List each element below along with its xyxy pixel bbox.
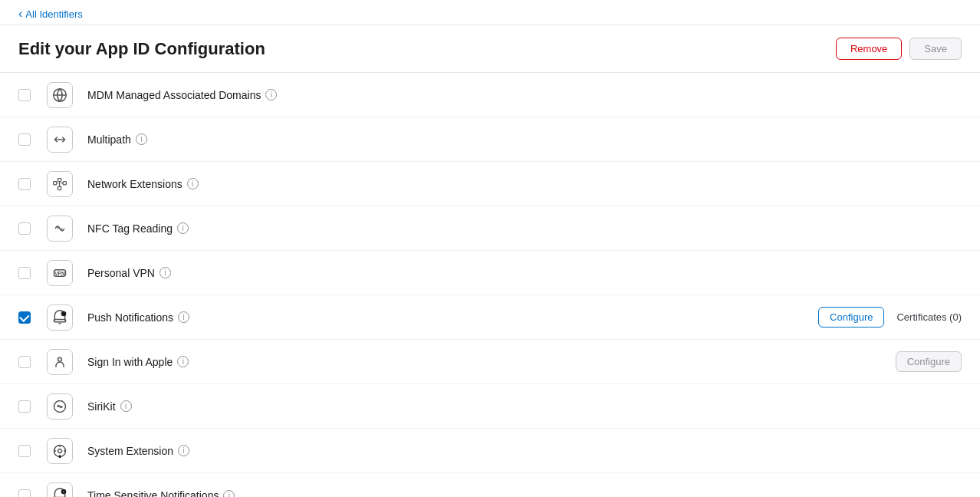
capability-row: Multipathi [0, 117, 980, 162]
capability-name-label: Sign In with Apple [87, 356, 173, 368]
checkbox-nfc-tag-reading[interactable] [18, 222, 31, 235]
configure-button-push-notifications[interactable]: Configure [818, 307, 884, 327]
icon-cell-nfc-tag-reading [41, 216, 78, 242]
svg-rect-4 [58, 186, 61, 189]
capability-name: Sign In with Applei [78, 356, 896, 368]
capability-name-label: Multipath [87, 133, 131, 146]
icon-cell-sirikit [41, 393, 78, 420]
capability-name-label: System Extension [87, 445, 173, 457]
personal-vpn-icon: VPN [47, 260, 73, 286]
svg-rect-5 [63, 181, 66, 184]
checkbox-cell [18, 311, 41, 324]
checkbox-cell [18, 222, 41, 235]
checkbox-push-notifications[interactable] [18, 311, 31, 324]
capability-row: MDM Managed Associated Domainsi [0, 73, 980, 117]
svg-point-12 [61, 311, 67, 316]
capability-list: MDM Managed Associated Domainsi Multipat… [0, 73, 980, 497]
capability-name: NFC Tag Readingi [78, 222, 962, 235]
capability-name-label: NFC Tag Reading [87, 222, 173, 235]
push-notifications-icon [47, 304, 73, 331]
capability-name: Network Extensionsi [78, 178, 962, 190]
capability-name: Personal VPNi [78, 267, 962, 279]
page-title: Edit your App ID Configuration [18, 39, 265, 59]
capability-row: Sign In with AppleiConfigure [0, 340, 980, 384]
icon-cell-network-extensions [41, 171, 78, 197]
checkbox-multipath[interactable] [18, 133, 31, 146]
svg-rect-3 [58, 178, 61, 181]
back-link[interactable]: All Identifiers [18, 8, 83, 20]
checkbox-cell [18, 400, 41, 413]
checkbox-cell [18, 445, 41, 457]
capability-name-label: Time Sensitive Notifications [87, 489, 219, 497]
checkbox-sign-in-with-apple[interactable] [18, 356, 31, 368]
info-icon[interactable]: i [178, 445, 189, 456]
svg-rect-11 [54, 319, 66, 321]
checkbox-mdm-managed-associated-domains[interactable] [18, 89, 31, 101]
info-icon[interactable]: i [223, 490, 235, 498]
checkbox-cell [18, 267, 41, 279]
checkbox-cell [18, 133, 41, 146]
capability-row: VPN Personal VPNi [0, 251, 980, 295]
checkbox-sirikit[interactable] [18, 400, 31, 413]
svg-text:VPN: VPN [54, 270, 65, 275]
icon-cell-sign-in-with-apple [41, 349, 78, 375]
configure-button-sign-in-with-apple[interactable]: Configure [896, 351, 962, 372]
info-icon[interactable]: i [120, 400, 132, 412]
capability-name: Time Sensitive Notificationsi [78, 489, 962, 497]
checkbox-cell [18, 178, 41, 190]
info-icon[interactable]: i [136, 133, 147, 145]
top-bar: All Identifiers [0, 0, 980, 25]
checkbox-cell [18, 89, 41, 101]
capability-name: Multipathi [78, 133, 962, 146]
system-extension-icon [47, 438, 73, 464]
capability-name: System Extensioni [78, 445, 962, 457]
info-icon[interactable]: i [178, 311, 189, 323]
capability-name-label: SiriKit [87, 400, 116, 413]
capability-name: Push Notificationsi [78, 311, 818, 324]
mdm-managed-associated-domains-icon [47, 82, 73, 108]
header-buttons: Remove Save [836, 38, 962, 60]
icon-cell-time-sensitive-notifications: ! [41, 482, 78, 497]
svg-rect-2 [54, 181, 57, 184]
capability-name-label: Personal VPN [87, 267, 155, 279]
icon-cell-system-extension [41, 438, 78, 464]
info-icon[interactable]: i [177, 356, 189, 367]
icon-cell-personal-vpn: VPN [41, 260, 78, 286]
capability-name: MDM Managed Associated Domainsi [78, 89, 962, 101]
action-area: Configure [896, 351, 962, 372]
svg-text:!: ! [63, 490, 64, 494]
action-area: ConfigureCertificates (0) [818, 307, 962, 327]
capability-row: NFC Tag Readingi [0, 206, 980, 251]
capability-name-label: MDM Managed Associated Domains [87, 89, 261, 101]
checkbox-cell [18, 356, 41, 368]
svg-point-13 [58, 357, 62, 361]
multipath-icon [47, 127, 73, 153]
info-icon[interactable]: i [265, 89, 277, 100]
svg-point-17 [58, 449, 62, 453]
info-icon[interactable]: i [187, 178, 199, 189]
sirikit-icon [47, 393, 73, 420]
svg-point-18 [58, 455, 61, 457]
checkbox-system-extension[interactable] [18, 445, 31, 457]
remove-button[interactable]: Remove [836, 38, 902, 60]
save-button[interactable]: Save [909, 38, 962, 60]
nfc-tag-reading-icon [47, 216, 73, 242]
capability-row: ! Time Sensitive Notificationsi [0, 473, 980, 497]
checkbox-cell [18, 489, 41, 497]
checkbox-time-sensitive-notifications[interactable] [18, 489, 31, 497]
info-icon[interactable]: i [159, 267, 171, 278]
capability-row: System Extensioni [0, 429, 980, 473]
certificates-badge: Certificates (0) [896, 311, 962, 323]
checkbox-personal-vpn[interactable] [18, 267, 31, 279]
icon-cell-multipath [41, 127, 78, 153]
time-sensitive-notifications-icon: ! [47, 482, 73, 497]
icon-cell-mdm-managed-associated-domains [41, 82, 78, 108]
capability-row: SiriKiti [0, 384, 980, 429]
page-header: Edit your App ID Configuration Remove Sa… [0, 25, 980, 73]
capability-name-label: Push Notifications [87, 311, 173, 324]
capability-name: SiriKiti [78, 400, 962, 413]
icon-cell-push-notifications [41, 304, 78, 331]
capability-name-label: Network Extensions [87, 178, 183, 190]
info-icon[interactable]: i [177, 222, 189, 234]
checkbox-network-extensions[interactable] [18, 178, 31, 190]
